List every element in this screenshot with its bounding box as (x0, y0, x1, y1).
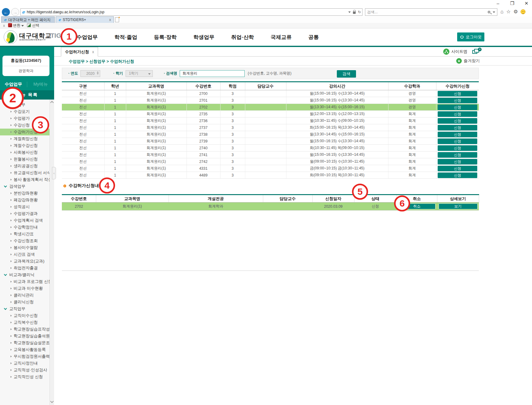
table-row[interactable]: 전선1회계원리(1)44893화(09:00~10:15) 목(10:30~11… (62, 172, 479, 179)
url-dropdown-icon[interactable] (348, 11, 351, 13)
apply-button[interactable]: 신청 (438, 125, 477, 130)
sidebar-item[interactable]: 비교과 이수현황 (0, 285, 49, 292)
tab-close-icon[interactable]: x (107, 18, 111, 22)
maximize-button[interactable]: ❐ (509, 1, 515, 6)
sidebar-section[interactable]: 교직업무 (0, 305, 49, 312)
sidebar-item[interactable]: 수강신청조회 (0, 237, 49, 244)
sidebar-item[interactable]: 수강포기 (0, 108, 49, 115)
apply-button[interactable]: 신청 (438, 132, 477, 137)
close-button[interactable]: ✕ (523, 1, 530, 6)
apply-button[interactable]: 신청 (438, 173, 477, 178)
table-row[interactable]: 전선1회계원리(1)27023월(13:30~14:45) 수(15:00~16… (62, 104, 479, 111)
apply-button[interactable]: 신청 (438, 91, 477, 96)
sidebar-item[interactable]: 클리닉신청 (0, 299, 49, 305)
sidebar-item[interactable]: 교직복수신청 (0, 319, 49, 326)
table-row[interactable]: 전선1회계원리(1)27373화(15:00~16:15) 목(13:30~14… (62, 124, 479, 131)
sidebar-item[interactable]: 헌혈봉사신청 (0, 156, 49, 163)
top-nav-item[interactable]: 학생업무 (193, 34, 214, 41)
back-button[interactable]: ← (2, 8, 10, 16)
table-row[interactable]: 전선1회계원리(1)27413월(15:00~16:15) 수(13:30~14… (62, 151, 479, 158)
sidebar-item[interactable]: 교육봉사활동등록 (0, 346, 49, 353)
minimize-button[interactable]: – (495, 1, 501, 6)
browser-tab-main[interactable]: e 대구대학교 + 메인 페이지 (1, 16, 55, 23)
search-icon[interactable] (488, 11, 490, 13)
apply-button[interactable]: 신청 (438, 98, 477, 103)
sidebar-item[interactable]: 계절수강신청 (0, 142, 49, 149)
sidebar-item[interactable]: 학교현장실습표작성 (0, 326, 49, 333)
sidebar-item[interactable]: 분반강좌현황 (0, 190, 49, 197)
top-nav-item[interactable]: 국제교류 (271, 34, 292, 41)
sidebar-item[interactable]: 교직적성·인성검사 (0, 367, 49, 373)
logout-button[interactable]: 로그아웃 (457, 32, 484, 41)
sidebar-tab-work[interactable]: 수업업무 (0, 82, 27, 87)
favorites-star-icon[interactable]: ☆ (506, 9, 511, 15)
sidebar-item[interactable]: 유고결석신청서 서식 (0, 169, 49, 176)
apply-button[interactable]: 신청 (438, 166, 477, 171)
table-row[interactable]: 전선1회계원리(1)27423월(09:00~10:15) 수(10:30~11… (62, 158, 479, 165)
top-nav-item[interactable]: 수업업무 (77, 34, 98, 41)
sidebar-section[interactable]: 비교과/클리닉 (0, 271, 49, 278)
sidebar-tab-mymenu[interactable]: My메뉴 (27, 82, 54, 87)
sidebar-collapse-handle[interactable]: ‹ (52, 167, 56, 179)
toolbar-close-button[interactable]: x (3, 23, 5, 28)
sidebar-item[interactable]: 생리공결신청 (0, 163, 49, 169)
table-row[interactable]: 전선1회계원리(1)27393월(15:00~16:15) 수(13:30~14… (62, 138, 479, 145)
table-row[interactable]: 전선1회계원리(1)27353월(12:00~13:15) 수(12:00~13… (62, 111, 479, 117)
select-button[interactable]: 선택 (27, 23, 39, 28)
search-button[interactable]: 검색 (337, 70, 356, 78)
scroll-up-icon[interactable] (50, 101, 54, 104)
sidebar-item[interactable]: 무시험검정원서출력 (0, 353, 49, 360)
table-row[interactable]: 전선1회계원리(1)27403화(10:30~11:45) 목(09:00~10… (62, 145, 479, 151)
sidebar-item[interactable]: 계절희망신청 (0, 135, 49, 142)
refresh-icon[interactable]: ↻ (358, 10, 361, 14)
sidebar-item[interactable]: 학교현장실습출석원 (0, 333, 49, 339)
browser-search-input[interactable]: 검색... (365, 8, 497, 16)
university-logo[interactable] (4, 30, 17, 44)
year-spinner[interactable]: 2020 (80, 70, 100, 77)
sidebar-section[interactable]: 검색업무 (0, 183, 49, 190)
sidebar-item[interactable]: 봉사 활동계획서 작성 (0, 176, 49, 183)
sidebar-item[interactable]: 수강학점안내 (0, 224, 49, 231)
new-tab-button[interactable] (115, 17, 119, 22)
browser-tab-stdtigers[interactable]: e STDTIGERS+ x (56, 16, 114, 23)
sidebar-item[interactable]: 시간표 검색 (0, 251, 49, 258)
top-nav-item[interactable]: 학적·졸업 (114, 34, 137, 41)
keyword-input[interactable]: 회계원리 (180, 70, 245, 77)
sidebar-item[interactable]: 취업전자출결 (0, 265, 49, 271)
table-row[interactable]: 전선1회계원리(1)27363월(10:30~11:45) 수(09:00~10… (62, 117, 479, 124)
apply-button[interactable]: 신청 (438, 152, 477, 158)
settings-gear-icon[interactable]: ⚙ (513, 9, 518, 15)
sidebar-item[interactable]: 봉사이수열람 (0, 244, 49, 251)
apply-button[interactable]: 신청 (438, 104, 477, 110)
convert-button[interactable]: 변환 (8, 23, 24, 28)
table-row[interactable]: 전선1회계원리(1)27003월(15:00~16:15) 수(13:30~14… (62, 90, 479, 97)
table-row[interactable]: 2702회계원리(1)회계학과2020.03.09신청취소보기 (62, 202, 479, 211)
sidebar-item[interactable]: 수업평가결과 (0, 210, 49, 217)
tab-close-icon[interactable]: x (92, 50, 94, 54)
sidebar-item[interactable]: 학교현장실습설문조사 (0, 339, 49, 346)
forward-button[interactable]: → (11, 8, 19, 16)
table-row[interactable]: 전선1회계원리(1)43313금(09:00~10:15) 금(10:30~11… (62, 165, 479, 172)
sidebar-item[interactable]: 사회봉사신청 (0, 149, 49, 156)
spinner-down-icon[interactable] (97, 73, 99, 75)
view-button[interactable]: 보기 (439, 203, 478, 209)
scroll-down-icon[interactable] (50, 399, 54, 403)
spinner-up-icon[interactable] (97, 71, 99, 73)
sidebar-item[interactable]: 성적공시 (0, 203, 49, 210)
sitemap-link[interactable]: 사이트맵 (443, 49, 467, 55)
table-row[interactable]: 전선1회계원리(1)27013월(15:00~16:15) 수(13:30~14… (62, 97, 479, 104)
apply-button[interactable]: 신청 (438, 111, 477, 117)
sidebar-scrollbar[interactable] (49, 100, 54, 405)
table-row[interactable]: 전선1회계원리(1)27383월(13:30~14:45) 수(15:00~16… (62, 131, 479, 138)
semester-select[interactable]: 1학기 (126, 70, 153, 77)
top-nav-item[interactable]: 취업·산학 (231, 34, 254, 41)
favorites-link[interactable]: ★ 즐겨찾기 (456, 58, 480, 64)
sidebar-item[interactable]: 교직적인성 신청 (0, 373, 49, 380)
close-all-tabs-icon[interactable]: ✕ (472, 49, 480, 54)
sidebar-item[interactable]: 교직이수신청 (0, 312, 49, 319)
sidebar-item[interactable]: 폐강강좌현황 (0, 197, 49, 203)
content-tab-active[interactable]: 수업허가신청 x (61, 47, 98, 57)
sidebar-item[interactable]: 교과목개요(교과) (0, 258, 49, 265)
apply-button[interactable]: 신청 (438, 118, 477, 124)
apply-button[interactable]: 신청 (438, 159, 477, 164)
